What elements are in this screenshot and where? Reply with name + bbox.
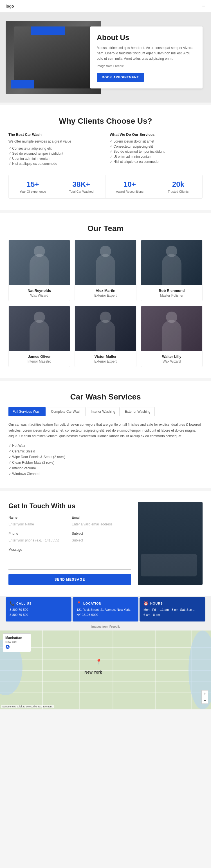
team-member-name: Victor Muller — [78, 354, 133, 359]
why-cols: The Best Car Wash We offer multiple serv… — [8, 132, 203, 166]
about-card: About Us Massa ultrices mi quis hendreri… — [90, 27, 203, 89]
service-tab-complete-car-wash[interactable]: Complete Car Wash — [47, 407, 85, 416]
name-field-group: Name — [8, 516, 68, 528]
email-label: Email — [72, 516, 131, 520]
service-description: Our car wash facilities feature flat-bel… — [8, 422, 203, 439]
service-list: Hot WaxCeramic ShieldWipe Door Panels & … — [8, 443, 203, 477]
subject-input[interactable] — [72, 537, 131, 544]
team-photo — [141, 306, 202, 351]
info-card-hours: ⏰ HOURS Mon - Fri ... 11 am - 8 pm, Sat,… — [140, 597, 205, 621]
email-field-group: Email — [72, 516, 131, 528]
list-item: Consectetur adipiscing elit — [8, 146, 101, 151]
team-card: Bob Richmond Master Polisher — [141, 240, 203, 301]
team-title: Our Team — [8, 224, 203, 233]
team-section: Our Team Nat Reynolds Wax Wizard Alex Ma… — [0, 213, 211, 378]
map-road — [0, 681, 211, 682]
map-zoom-out-button[interactable]: − — [202, 697, 208, 704]
stat-experience: 15+ Year Of experience — [9, 175, 57, 198]
team-member-name: Nat Reynolds — [12, 288, 66, 293]
why-col1-title: The Best Car Wash — [8, 132, 101, 137]
stat-label: Award Recognitions — [109, 190, 151, 193]
stat-num: 38K+ — [60, 180, 102, 189]
hero-section: About Us Massa ultrices mi quis hendreri… — [0, 12, 211, 102]
map-overlay: Manhattan New York — [3, 633, 31, 652]
contact-section: Get In Touch With us Name Email Phone Su… — [0, 491, 211, 596]
form-row-name-email: Name Email — [8, 516, 131, 528]
phone-field-group: Phone — [8, 532, 68, 544]
team-member-role: Wax Wizard — [145, 360, 199, 364]
hamburger-menu-icon[interactable]: ≡ — [202, 3, 205, 9]
info-card-call-us: 📞 CALL US 8-800-70-5008-800-70-500 — [6, 597, 71, 621]
phone-label: Phone — [8, 532, 68, 535]
send-message-button[interactable]: SEND MESSAGE — [8, 574, 131, 585]
map-road — [112, 630, 113, 709]
hero-image — [6, 21, 101, 94]
name-input[interactable] — [8, 521, 68, 528]
why-col2-title: What We Do Our Services — [110, 132, 203, 137]
stat-label: Year Of experience — [11, 190, 54, 193]
info-card-text: 8-800-70-5008-800-70-500 — [9, 608, 68, 617]
team-photo — [75, 240, 136, 285]
map-location-sub: New York — [5, 640, 28, 644]
why-col2-list: Lorem ipsum dolor sit amet Consectetur a… — [110, 139, 203, 164]
contact-form: Get In Touch With us Name Email Phone Su… — [8, 502, 131, 585]
team-info: Nat Reynolds Wax Wizard — [9, 285, 70, 301]
about-description: Massa ultrices mi quis hendrerit. Ac ut … — [97, 45, 196, 62]
map-background: New York 📍 Manhattan New York + − Sample… — [0, 630, 211, 709]
service-tab-exterior-washing[interactable]: Exterior Washing — [121, 407, 155, 416]
service-list-item: Clean Rubber Mats (2 rows) — [8, 460, 203, 465]
info-card-title: ⏰ HOURS — [143, 601, 202, 606]
team-member-role: Interior Maestro — [12, 360, 66, 364]
service-list-item: Wipe Door Panels & Seats (2 rows) — [8, 454, 203, 460]
map-directions-icon[interactable] — [5, 645, 10, 649]
service-list-item: Windows Cleaned — [8, 471, 203, 477]
why-col1-text: We offer multiple services at a great va… — [8, 139, 101, 144]
logo: logo — [6, 4, 14, 8]
map-road — [155, 630, 155, 709]
team-info: Bob Richmond Master Polisher — [141, 285, 202, 301]
message-textarea[interactable] — [8, 553, 131, 570]
email-input[interactable] — [72, 521, 131, 528]
map-zoom-in-button[interactable]: + — [202, 690, 208, 697]
subject-label: Subject — [72, 532, 131, 535]
stat-num: 10+ — [109, 180, 151, 189]
header: logo ≡ — [0, 0, 211, 12]
team-member-role: Wax Wizard — [12, 293, 66, 298]
team-member-name: Bob Richmond — [145, 288, 199, 293]
map-pin-icon: 📍 — [96, 659, 102, 665]
book-appointment-button[interactable]: BOOK APPOINTMENT — [97, 73, 144, 82]
stat-label: Total Car Washed — [60, 190, 102, 193]
team-card: Walter Lilly Wax Wizard — [141, 306, 203, 367]
service-tab-interior-washing[interactable]: Interior Washing — [86, 407, 119, 416]
service-tabs: Full Services WashComplete Car WashInter… — [8, 407, 203, 416]
team-card: James Oliver Interior Maestro — [8, 306, 70, 367]
team-member-role: Master Polisher — [145, 293, 199, 298]
name-label: Name — [8, 516, 68, 520]
images-credit: Images from Freepik — [0, 623, 211, 630]
why-col1-list: Consectetur adipiscing elit Sed do eiusm… — [8, 146, 101, 166]
team-photo — [141, 240, 202, 285]
why-col-2: What We Do Our Services Lorem ipsum dolo… — [110, 132, 203, 166]
message-label: Message — [8, 548, 131, 552]
team-member-role: Exterior Expert — [78, 293, 133, 298]
team-info: James Oliver Interior Maestro — [9, 351, 70, 367]
list-item: Sed do eiusmod tempor incididunt — [110, 149, 203, 154]
subject-field-group: Subject — [72, 532, 131, 544]
list-item: Sed do eiusmod tempor incididunt — [8, 151, 101, 156]
map-section: New York 📍 Manhattan New York + − Sample… — [0, 630, 211, 709]
info-card-icon: ⏰ — [143, 601, 148, 606]
services-title: Car Wash Services — [8, 393, 203, 401]
info-cards: 📞 CALL US 8-800-70-5008-800-70-500 📍 LOC… — [0, 596, 211, 622]
team-photo — [75, 306, 136, 351]
list-item: Nisi ut aliquip ex ea commodo — [110, 159, 203, 164]
contact-title: Get In Touch With us — [8, 502, 131, 510]
stat-label: Trusted Clients — [157, 190, 200, 193]
map-road — [42, 630, 43, 709]
stats-row: 15+ Year Of experience 38K+ Total Car Wa… — [8, 175, 203, 198]
blue-accent-bottom — [11, 80, 34, 89]
stat-num: 15+ — [11, 180, 54, 189]
phone-input[interactable] — [8, 537, 68, 544]
team-card: Victor Muller Exterior Expert — [75, 306, 136, 367]
stat-clients: 20k Trusted Clients — [154, 175, 202, 198]
service-tab-full-services-wash[interactable]: Full Services Wash — [8, 407, 45, 416]
